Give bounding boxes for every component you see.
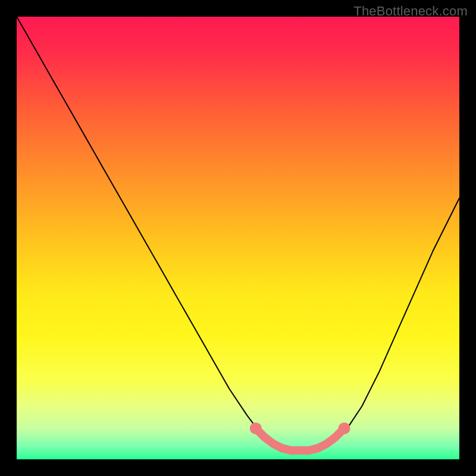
- optimal-range-endpoint: [339, 422, 350, 434]
- optimal-range-endpoint: [250, 422, 262, 434]
- bottleneck-chart: [17, 17, 459, 459]
- gradient-background: [17, 17, 459, 459]
- plot-area: [17, 17, 459, 459]
- chart-frame: TheBottleneck.com: [0, 0, 476, 476]
